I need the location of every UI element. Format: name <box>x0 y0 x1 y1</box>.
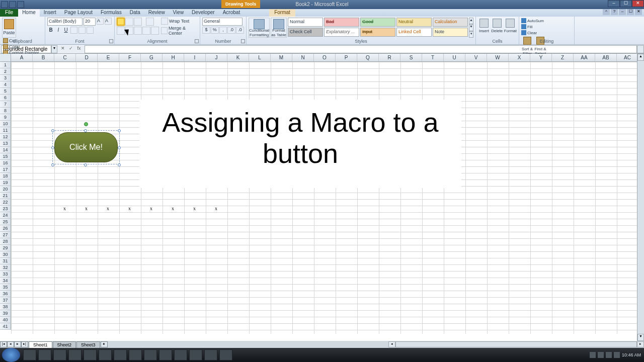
tab-formulas[interactable]: Formulas <box>97 9 126 17</box>
column-header-T[interactable]: T <box>422 54 444 61</box>
column-header-E[interactable]: E <box>98 54 119 61</box>
sheet-tab-sheet3[interactable]: Sheet3 <box>76 341 100 348</box>
taskbar-app-icon[interactable] <box>159 349 172 360</box>
resize-handle-n[interactable] <box>84 129 87 132</box>
tray-icon[interactable] <box>590 352 596 358</box>
tray-clock[interactable]: 10:46 AM <box>622 352 641 357</box>
style-normal[interactable]: Normal <box>288 18 323 27</box>
taskbar-app-icon[interactable] <box>174 349 187 360</box>
row-header-13[interactable]: 13 <box>0 140 11 147</box>
style-explanatory[interactable]: Explanatory ... <box>324 28 359 37</box>
cell-styles-gallery[interactable]: NormalBadGoodNeutralCalculationCheck Cel… <box>288 18 468 38</box>
increase-indent-button[interactable] <box>151 27 159 35</box>
row-header-32[interactable]: 32 <box>0 264 11 271</box>
column-header-O[interactable]: O <box>314 54 336 61</box>
italic-button[interactable]: I <box>55 27 62 34</box>
number-dialog-launcher[interactable] <box>241 39 245 43</box>
rotation-handle[interactable] <box>84 122 88 126</box>
column-header-R[interactable]: R <box>379 54 400 61</box>
copy-button[interactable]: Copy <box>3 44 39 50</box>
last-sheet-button[interactable]: ▸| <box>21 341 28 347</box>
qat-save-icon[interactable] <box>1 1 8 8</box>
row-header-23[interactable]: 23 <box>0 206 11 212</box>
column-header-N[interactable]: N <box>292 54 314 61</box>
decrease-indent-button[interactable] <box>142 27 150 35</box>
row-header-29[interactable]: 29 <box>0 245 11 251</box>
column-header-P[interactable]: P <box>336 54 357 61</box>
alignment-dialog-launcher[interactable] <box>195 39 199 43</box>
tab-page-layout[interactable]: Page Layout <box>60 9 97 17</box>
cells-area[interactable]: Assigning a Macro to a button Click Me! … <box>11 62 644 334</box>
row-header-36[interactable]: 36 <box>0 291 11 297</box>
insert-cells-button[interactable]: Insert <box>478 18 490 38</box>
column-header-V[interactable]: V <box>465 54 487 61</box>
row-header-18[interactable]: 18 <box>0 173 11 179</box>
column-header-AA[interactable]: AA <box>574 54 595 61</box>
decrease-decimal-button[interactable]: .0 <box>236 27 244 34</box>
row-header-21[interactable]: 21 <box>0 193 11 199</box>
row-header-12[interactable]: 12 <box>0 134 11 140</box>
style-neutral[interactable]: Neutral <box>396 18 432 27</box>
resize-handle-se[interactable] <box>118 163 121 166</box>
delete-cells-button[interactable]: Delete <box>491 18 503 38</box>
align-middle-button[interactable] <box>125 18 133 26</box>
format-cells-button[interactable]: Format <box>504 18 517 38</box>
row-header-40[interactable]: 40 <box>0 317 11 323</box>
row-header-1[interactable]: 1 <box>0 62 11 68</box>
resize-handle-ne[interactable] <box>118 129 121 132</box>
style-good[interactable]: Good <box>360 18 395 27</box>
tab-developer[interactable]: Developer <box>188 9 219 17</box>
tab-format[interactable]: Format <box>269 9 295 17</box>
fill-color-button[interactable] <box>78 27 86 34</box>
row-header-17[interactable]: 17 <box>0 166 11 173</box>
file-tab[interactable]: File <box>0 9 18 17</box>
select-all-button[interactable] <box>0 54 11 61</box>
resize-handle-e[interactable] <box>118 146 121 149</box>
row-header-10[interactable]: 10 <box>0 121 11 127</box>
number-format-combo[interactable]: General <box>202 18 243 26</box>
column-header-J[interactable]: J <box>206 54 227 61</box>
merge-center-button[interactable]: Merge & Center <box>161 26 198 36</box>
column-header-F[interactable]: F <box>119 54 141 61</box>
column-header-D[interactable]: D <box>76 54 98 61</box>
resize-handle-s[interactable] <box>84 163 87 166</box>
column-header-Q[interactable]: Q <box>357 54 379 61</box>
row-header-2[interactable]: 2 <box>0 68 11 75</box>
column-header-G[interactable]: G <box>141 54 163 61</box>
column-header-H[interactable]: H <box>163 54 184 61</box>
minimize-button[interactable]: – <box>608 0 620 7</box>
window-min-icon[interactable]: – <box>619 9 626 15</box>
taskbar-excel-icon[interactable] <box>68 349 82 360</box>
row-header-30[interactable]: 30 <box>0 251 11 258</box>
tray-network-icon[interactable] <box>606 352 612 358</box>
column-header-W[interactable]: W <box>487 54 509 61</box>
row-header-35[interactable]: 35 <box>0 284 11 291</box>
font-dialog-launcher[interactable] <box>109 39 113 43</box>
taskbar-app-icon[interactable] <box>129 349 142 360</box>
tab-view[interactable]: View <box>169 9 188 17</box>
tab-review[interactable]: Review <box>144 9 169 17</box>
gallery-scroll[interactable]: ▲▼▾ <box>469 18 473 38</box>
help-icon[interactable]: ? <box>611 9 618 15</box>
row-header-7[interactable]: 7 <box>0 101 11 108</box>
tray-volume-icon[interactable] <box>614 352 620 358</box>
cell-E23[interactable]: x <box>107 206 109 211</box>
sheet-tab-active[interactable]: Sheet1 <box>29 341 52 348</box>
align-top-button[interactable] <box>117 18 125 26</box>
taskbar-app-icon[interactable] <box>114 349 127 360</box>
font-name-combo[interactable]: Calibri (Body) <box>47 18 83 26</box>
cancel-formula-icon[interactable]: ✕ <box>59 46 66 53</box>
style-checkcell[interactable]: Check Cell <box>288 28 323 37</box>
taskbar-powerpoint-icon[interactable] <box>99 349 112 360</box>
row-header-15[interactable]: 15 <box>0 153 11 160</box>
name-box-dropdown[interactable]: ▾ <box>51 45 57 53</box>
row-header-27[interactable]: 27 <box>0 232 11 238</box>
row-header-26[interactable]: 26 <box>0 225 11 232</box>
style-note[interactable]: Note <box>433 28 468 37</box>
new-sheet-button[interactable]: ✦ <box>101 341 108 347</box>
window-restore-icon[interactable]: ☐ <box>627 9 634 15</box>
taskbar-app-icon[interactable] <box>189 349 202 360</box>
row-header-39[interactable]: 39 <box>0 310 11 317</box>
column-header-B[interactable]: B <box>33 54 54 61</box>
tab-data[interactable]: Data <box>126 9 144 17</box>
